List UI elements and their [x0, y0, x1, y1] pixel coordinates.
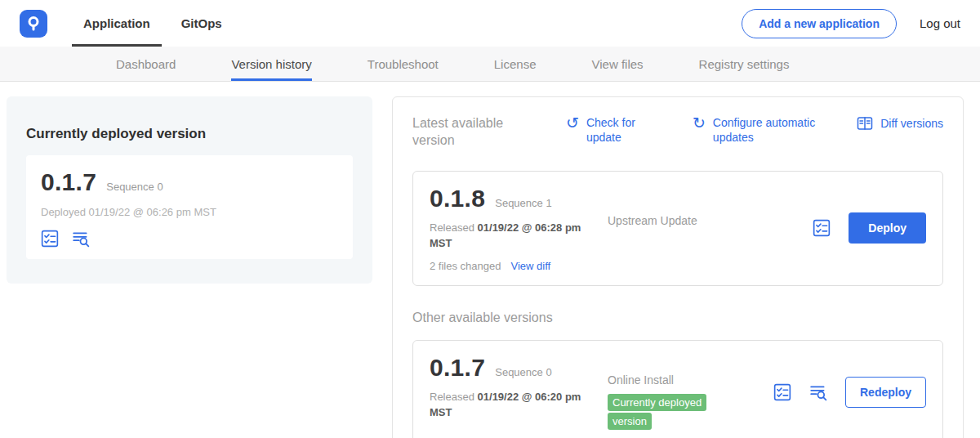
- deployed-icon-row: [41, 230, 338, 248]
- currently-deployed-title: Currently deployed version: [26, 126, 353, 142]
- subnav-item-version-history[interactable]: Version history: [231, 47, 311, 81]
- files-changed-text: 2 files changed: [430, 260, 501, 272]
- version-source-block: Online Install Currently deployed versio…: [608, 373, 748, 431]
- app-logo[interactable]: [20, 10, 47, 38]
- version-source: Upstream Update: [608, 214, 748, 272]
- view-preflight-logs-icon[interactable]: [72, 230, 90, 248]
- release-notes-icon[interactable]: [813, 219, 831, 237]
- app-subnav: Dashboard Version history Troubleshoot L…: [0, 47, 980, 82]
- deployed-version-panel: 0.1.7 Sequence 0 Deployed 01/19/22 @ 06:…: [26, 155, 353, 259]
- files-changed-row: 2 files changed View diff: [430, 260, 608, 272]
- add-new-application-button[interactable]: Add a new application: [742, 9, 897, 38]
- subnav-item-dashboard[interactable]: Dashboard: [116, 47, 176, 81]
- subnav-item-troubleshoot[interactable]: Troubleshoot: [368, 47, 439, 81]
- release-notes-icon[interactable]: [773, 383, 791, 401]
- deployed-badge-wrap: Currently deployed version: [608, 393, 730, 431]
- latest-available-title: Latest available version: [412, 115, 520, 150]
- diff-versions-icon: [857, 115, 873, 132]
- deploy-button[interactable]: Deploy: [849, 212, 926, 244]
- view-diff-link[interactable]: View diff: [510, 260, 550, 272]
- version-sequence: Sequence 1: [495, 197, 551, 209]
- currently-deployed-card: Currently deployed version 0.1.7 Sequenc…: [7, 96, 372, 284]
- currently-deployed-badge: Currently deployed version: [608, 394, 706, 430]
- configure-updates-label: Configure automatic updates: [713, 115, 835, 145]
- tab-gitops[interactable]: GitOps: [170, 0, 234, 47]
- subnav-item-license[interactable]: License: [494, 47, 537, 81]
- configure-automatic-updates-action[interactable]: ↻ Configure automatic updates: [693, 115, 835, 145]
- main-content: Currently deployed version 0.1.7 Sequenc…: [0, 82, 980, 438]
- version-row-left: 0.1.8 Sequence 1 Released 01/19/22 @ 06:…: [430, 185, 608, 272]
- version-row-left: 0.1.7 Sequence 0 Released 01/19/22 @ 06:…: [430, 354, 608, 431]
- top-navbar: Application GitOps Add a new application…: [0, 0, 980, 47]
- release-notes-icon[interactable]: [41, 230, 59, 248]
- deployed-sequence: Sequence 0: [106, 181, 163, 193]
- version-line: 0.1.7 Sequence 0: [430, 354, 608, 382]
- view-preflight-logs-icon[interactable]: [809, 383, 827, 401]
- check-for-update-action[interactable]: ↺ Check for update: [566, 115, 647, 145]
- version-row-actions: Redeploy: [773, 377, 926, 408]
- logout-link[interactable]: Log out: [920, 16, 960, 30]
- app-logo-icon: [20, 10, 47, 38]
- deployed-version-line: 0.1.7 Sequence 0: [41, 168, 338, 196]
- version-number: 0.1.8: [430, 185, 485, 212]
- diff-versions-label: Diff versions: [880, 117, 943, 130]
- deployed-version-number: 0.1.7: [41, 168, 96, 196]
- version-row-0-1-7: 0.1.7 Sequence 0 Released 01/19/22 @ 06:…: [412, 340, 943, 438]
- tab-application[interactable]: Application: [72, 0, 162, 47]
- topnav-right: Add a new application Log out: [742, 9, 960, 38]
- released-date: Released 01/19/22 @ 06:28 pm MST: [430, 220, 586, 252]
- version-line: 0.1.8 Sequence 1: [430, 185, 608, 212]
- released-date: Released 01/19/22 @ 06:20 pm MST: [430, 389, 586, 421]
- latest-available-card: Latest available version ↺ Check for upd…: [392, 96, 964, 438]
- subnav-item-view-files[interactable]: View files: [591, 47, 643, 81]
- primary-tabs: Application GitOps: [72, 0, 242, 47]
- other-versions-heading: Other available versions: [412, 311, 943, 325]
- check-update-label: Check for update: [586, 115, 647, 145]
- version-sequence: Sequence 0: [495, 366, 551, 378]
- version-row-0-1-8: 0.1.8 Sequence 1 Released 01/19/22 @ 06:…: [412, 171, 943, 286]
- subnav-item-registry-settings[interactable]: Registry settings: [699, 47, 790, 81]
- redeploy-button[interactable]: Redeploy: [845, 377, 926, 408]
- diff-versions-action[interactable]: Diff versions: [857, 115, 943, 132]
- deployed-date: Deployed 01/19/22 @ 06:26 pm MST: [41, 206, 338, 218]
- latest-header: Latest available version ↺ Check for upd…: [412, 115, 943, 150]
- version-number: 0.1.7: [430, 354, 485, 382]
- version-row-actions: Deploy: [813, 212, 926, 244]
- version-source: Online Install: [608, 373, 748, 387]
- configure-updates-icon: ↻: [693, 115, 706, 145]
- check-update-icon: ↺: [566, 115, 579, 145]
